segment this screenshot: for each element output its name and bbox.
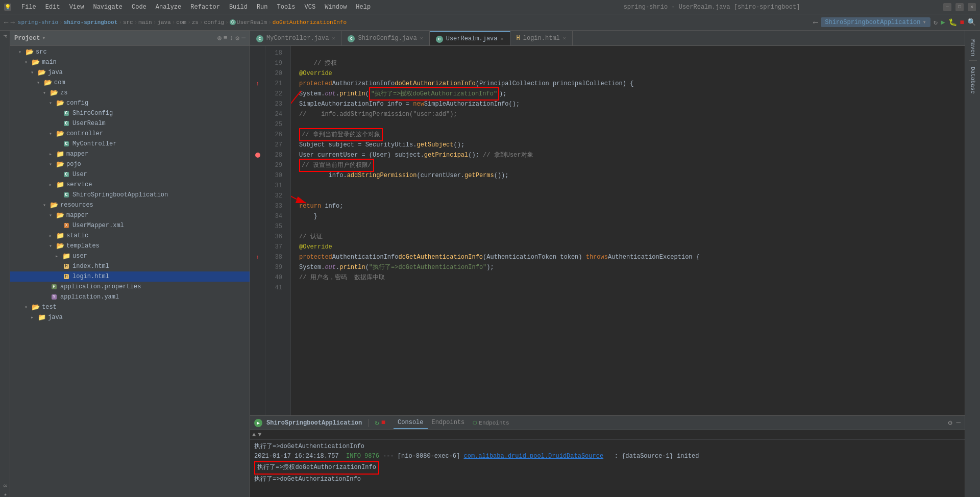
minimize-button[interactable]: ─ [943,3,951,11]
refresh-icon[interactable]: ↻ [934,18,938,27]
tab-close-button[interactable]: ✕ [563,35,566,41]
run-tab-console[interactable]: Console [394,417,427,429]
tab-shiroconfig-java[interactable]: cShiroConfig.java✕ [341,31,429,45]
database-panel-tab[interactable]: Database [969,63,977,98]
nav-bar-right[interactable]: ⟵ ShiroSpringbootApplication ▾ ↻ ▶ 🐛 ■ 🔍 [814,17,976,27]
tree-item-resources[interactable]: ▾📂resources [10,200,250,210]
tree-item-mycontroller[interactable]: CMyController [10,139,250,149]
tree-item-controller[interactable]: ▾📂controller [10,129,250,139]
tab-login-html[interactable]: Hlogin.html✕ [510,31,573,45]
tree-item-index-html[interactable]: Hindex.html [10,261,250,271]
debug-icon[interactable]: 🐛 [948,18,957,27]
run-gear-icon[interactable]: ⚙ [948,418,952,427]
sidebar-tree: ▾📂src▾📂main▾📂java▾📂com▾📂zs▾📂config CShir… [10,46,250,497]
tab-userrealm-java[interactable]: cUserRealm.java✕ [430,31,510,45]
tab-mycontroller-java[interactable]: cMyController.java✕ [250,31,341,45]
menu-item-code[interactable]: Code [128,3,151,12]
tree-item-java[interactable]: ▸📁java [10,312,250,322]
run-tab-endpoints[interactable]: ⬡Endpoints [469,417,513,429]
tree-item-usermapper-xml[interactable]: XUserMapper.xml [10,220,250,231]
tree-item-pojo[interactable]: ▾📂pojo [10,159,250,169]
menu-item-help[interactable]: Help [352,3,375,12]
nav-buttons[interactable]: ← → [4,18,15,27]
window-controls[interactable]: ─ □ ✕ [943,3,976,11]
tree-item-src[interactable]: ▾📂src [10,47,250,57]
tree-item-test[interactable]: ▾📂test [10,302,250,312]
tree-label: application.properties [60,283,141,290]
menu-item-analyze[interactable]: Analyze [152,3,185,12]
tree-item-login-html[interactable]: Hlogin.html [10,271,250,282]
line-number: 30 [265,170,286,181]
tree-label: login.html [72,273,109,280]
sidebar-header-icons[interactable]: ⊕ ≡ ↕ ⚙ ─ [217,34,246,42]
run-tabs[interactable]: ConsoleEndpoints⬡Endpoints [394,417,513,429]
tree-item-mapper[interactable]: ▸📁mapper [10,149,250,159]
menu-item-run[interactable]: Run [253,3,272,12]
tree-item-java[interactable]: ▾📂java [10,67,250,78]
tree-item-static[interactable]: ▸📁static [10,231,250,241]
tree-item-service[interactable]: ▸📁service [10,180,250,190]
menu-item-refactor[interactable]: Refactor [186,3,224,12]
tree-item-application-yaml[interactable]: Yapplication.yaml [10,292,250,302]
sidebar-sort2-icon[interactable]: ↕ [230,34,234,42]
run-minimize-icon[interactable]: ─ [957,419,961,427]
menu-item-file[interactable]: File [17,3,40,12]
sidebar-locate-icon[interactable]: ⊕ [217,34,222,42]
run-scroll-top-icon[interactable]: ▲ [252,431,256,438]
tree-item-templates[interactable]: ▾📂templates [10,241,250,251]
tree-item-main[interactable]: ▾📂main [10,57,250,67]
tree-item-com[interactable]: ▾📂com [10,78,250,88]
tree-item-user[interactable]: ▸📁user [10,251,250,261]
stop-icon[interactable]: ■ [960,18,964,27]
code-editor[interactable]: // 授权 @Override protected AuthorizationI… [291,46,965,415]
tree-item-shirospringbootapplication[interactable]: CShiroSpringbootApplication [10,190,250,200]
tab-close-button[interactable]: ✕ [501,36,504,42]
tree-item-config[interactable]: ▾📂config [10,98,250,108]
tree-item-zs[interactable]: ▾📂zs [10,88,250,98]
menu-item-view[interactable]: View [65,3,88,12]
tab-close-button[interactable]: ✕ [332,35,335,41]
menu-item-vcs[interactable]: VCS [301,3,320,12]
menu-item-tools[interactable]: Tools [273,3,300,12]
nav-back2-icon[interactable]: ⟵ [814,18,818,27]
tree-item-application-properties[interactable]: Papplication.properties [10,282,250,292]
run-toolbar[interactable]: ▲ ▼ [250,430,965,440]
sidebar-sort-icon[interactable]: ≡ [224,34,228,42]
run-scroll-bottom-icon[interactable]: ▼ [258,431,261,438]
close-button[interactable]: ✕ [968,3,976,11]
sidebar-settings-icon[interactable]: ⚙ [235,34,239,42]
tree-item-mapper[interactable]: ▾📂mapper [10,210,250,220]
back-icon[interactable]: ← [4,18,8,27]
maven-panel-tab[interactable]: Maven [969,35,977,61]
run-restart-icon[interactable]: ↻ [375,418,379,427]
project-icon[interactable]: P [2,35,8,38]
tree-file-icon: 📂 [56,130,64,138]
menu-item-navigate[interactable]: Navigate [89,3,127,12]
line-number: 28 [265,150,286,160]
bc-project: spring-shrio [18,19,58,26]
tree-item-userrealm[interactable]: CUserRealm [10,118,250,129]
menu-bar[interactable]: FileEditViewNavigateCodeAnalyzeRefactorB… [17,3,480,12]
search-icon[interactable]: 🔍 [967,18,976,27]
line-number: 32 [265,191,286,201]
structure-icon[interactable]: S [2,484,8,487]
run-panel-buttons[interactable]: ↻ ■ [375,418,385,427]
tree-item-shiroconfig[interactable]: CShiroConfig [10,108,250,118]
sidebar-dropdown-icon[interactable]: ▾ [42,35,45,41]
forward-icon[interactable]: → [10,18,14,27]
menu-item-build[interactable]: Build [225,3,252,12]
menu-item-window[interactable]: Window [321,3,351,12]
code-line: SimpleAuthorizationInfo info = new Simpl… [299,99,965,109]
bc-java: java [157,19,170,26]
tab-close-button[interactable]: ✕ [420,35,423,41]
run-stop-icon[interactable]: ■ [381,418,385,427]
menu-item-edit[interactable]: Edit [41,3,64,12]
sidebar-minimize-icon[interactable]: ─ [241,34,246,42]
run-tab-endpoints[interactable]: Endpoints [428,417,469,429]
run-green-icon[interactable]: ▶ [941,18,945,27]
maximize-button[interactable]: □ [955,3,964,11]
tree-file-icon: 📂 [26,48,34,56]
favorites-icon[interactable]: ★ [2,491,8,497]
project-selector[interactable]: ShiroSpringbootApplication ▾ [821,17,930,27]
tree-item-user[interactable]: CUser [10,169,250,180]
